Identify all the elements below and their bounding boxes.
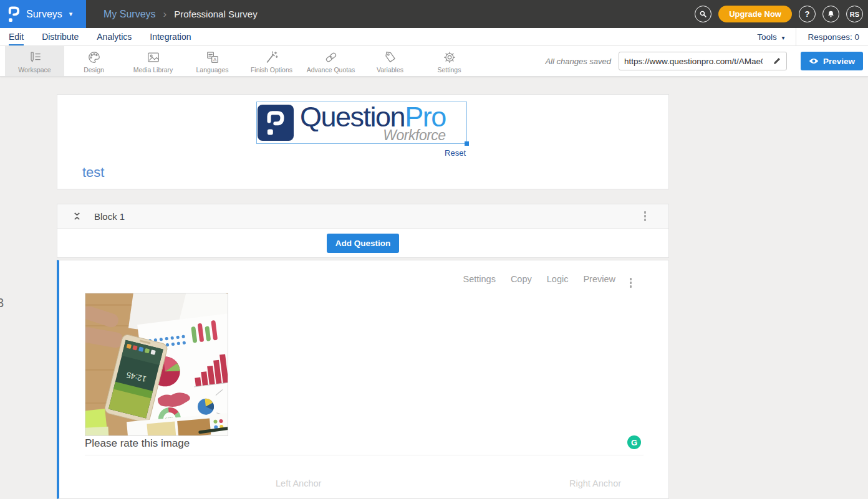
avatar-initials: RS: [850, 11, 859, 18]
toolbar-item-languages[interactable]: A Languages: [183, 46, 242, 76]
logo-resize-handle[interactable]: [465, 141, 469, 146]
questionpro-logo-icon: [7, 6, 21, 22]
question-copy-link[interactable]: Copy: [511, 274, 532, 284]
survey-url-field: [619, 52, 787, 70]
top-bar: Surveys ▾ My Surveys › Professional Surv…: [0, 0, 868, 28]
section-nav: Edit Distribute Analytics Integration To…: [0, 28, 868, 46]
survey-header-card: QuestionPro Workforce Reset test: [57, 94, 669, 189]
responses-count[interactable]: Responses: 0: [796, 28, 859, 45]
pencil-icon: [773, 57, 781, 65]
topbar-actions: Upgrade Now ? RS: [695, 6, 868, 22]
question-rating-image[interactable]: 55% 12:45: [85, 293, 228, 436]
breadcrumb: My Surveys › Professional Survey: [104, 8, 258, 21]
user-avatar[interactable]: RS: [846, 6, 863, 22]
toolbar-item-settings[interactable]: Settings: [420, 46, 479, 76]
question-actions: Settings Copy Logic Preview: [463, 274, 615, 284]
workspace-icon: [28, 50, 42, 64]
notifications-button[interactable]: [822, 6, 839, 22]
help-button[interactable]: ?: [799, 6, 816, 22]
add-question-button[interactable]: Add Question: [327, 234, 400, 253]
tab-edit[interactable]: Edit: [9, 28, 24, 45]
block-title: Block 1: [94, 211, 125, 222]
collapse-icon: [72, 211, 82, 221]
question-card: Settings Copy Logic Preview: [57, 260, 669, 499]
save-status: All changes saved: [545, 57, 611, 66]
design-icon: [87, 50, 101, 64]
toolbar-spacer: [479, 46, 545, 76]
question-text[interactable]: Please rate this image: [85, 437, 190, 450]
block-menu-button[interactable]: [642, 209, 649, 224]
question-menu-button[interactable]: [627, 275, 635, 290]
left-anchor-field[interactable]: Left Anchor: [276, 478, 321, 488]
tab-integration[interactable]: Integration: [150, 28, 191, 45]
toolbar-item-variables[interactable]: Variables: [360, 46, 420, 76]
advance-quotas-icon: [324, 50, 338, 64]
questionpro-logo-mark: [258, 105, 294, 141]
breadcrumb-current-survey: Professional Survey: [174, 9, 257, 19]
toolbar-item-design[interactable]: Design: [64, 46, 123, 76]
toolbar-item-media-library[interactable]: Media Library: [123, 46, 183, 76]
add-question-row: Add Question: [57, 229, 668, 258]
question-preview-link[interactable]: Preview: [583, 274, 615, 284]
chevron-down-icon: ▾: [69, 10, 73, 18]
surveys-product-menu[interactable]: Surveys ▾: [0, 0, 86, 28]
question-number-fragment: 3: [0, 296, 4, 310]
breadcrumb-separator-icon: ›: [163, 8, 167, 21]
upgrade-now-button[interactable]: Upgrade Now: [718, 6, 792, 22]
media-library-icon: [147, 50, 160, 64]
settings-icon: [443, 50, 456, 64]
languages-icon: A: [206, 50, 219, 64]
right-anchor-field[interactable]: Right Anchor: [569, 478, 621, 488]
bell-icon: [827, 10, 835, 18]
edit-toolbar: Workspace Design Media Library A Languag…: [0, 46, 868, 77]
toolbar-item-workspace[interactable]: Workspace: [5, 46, 64, 76]
nav-right: Tools ▾ Responses: 0: [757, 28, 859, 45]
eye-icon: [809, 57, 819, 65]
question-text-underline: [85, 455, 644, 455]
nav-tabs: Edit Distribute Analytics Integration: [9, 28, 191, 45]
grammarly-icon[interactable]: G: [627, 435, 641, 449]
tab-analytics[interactable]: Analytics: [97, 28, 132, 45]
brand-product-label: Surveys: [26, 9, 62, 20]
svg-text:A: A: [213, 57, 216, 62]
survey-url-input[interactable]: [619, 57, 768, 66]
chevron-down-icon: ▾: [781, 34, 784, 41]
finish-options-icon: [265, 50, 279, 64]
tools-menu[interactable]: Tools ▾: [757, 32, 796, 42]
survey-title-text[interactable]: test: [82, 164, 104, 181]
sticky-note-yellow: [85, 427, 109, 436]
logo-wordmark: QuestionPro Workforce: [300, 103, 446, 143]
question-settings-link[interactable]: Settings: [463, 274, 495, 284]
block-header: Block 1: [57, 204, 668, 229]
search-icon: [699, 10, 707, 18]
toolbar-item-advance-quotas[interactable]: Advance Quotas: [301, 46, 360, 76]
survey-workspace: 3 QuestionPro Workforce Reset test: [0, 77, 868, 499]
reset-logo-link[interactable]: Reset: [445, 148, 466, 158]
variables-icon: [383, 50, 397, 64]
question-logic-link[interactable]: Logic: [547, 274, 569, 284]
question-mark-icon: ?: [805, 9, 810, 19]
breadcrumb-my-surveys[interactable]: My Surveys: [104, 9, 156, 20]
tab-distribute[interactable]: Distribute: [42, 28, 79, 45]
search-button[interactable]: [695, 6, 711, 22]
toolbar-item-finish-options[interactable]: Finish Options: [242, 46, 301, 76]
survey-logo-selected[interactable]: QuestionPro Workforce: [256, 102, 467, 144]
collapse-block-button[interactable]: [72, 211, 82, 221]
block-card: Block 1 Add Question: [57, 204, 669, 258]
edit-url-button[interactable]: [768, 52, 786, 70]
preview-button[interactable]: Preview: [801, 52, 863, 70]
